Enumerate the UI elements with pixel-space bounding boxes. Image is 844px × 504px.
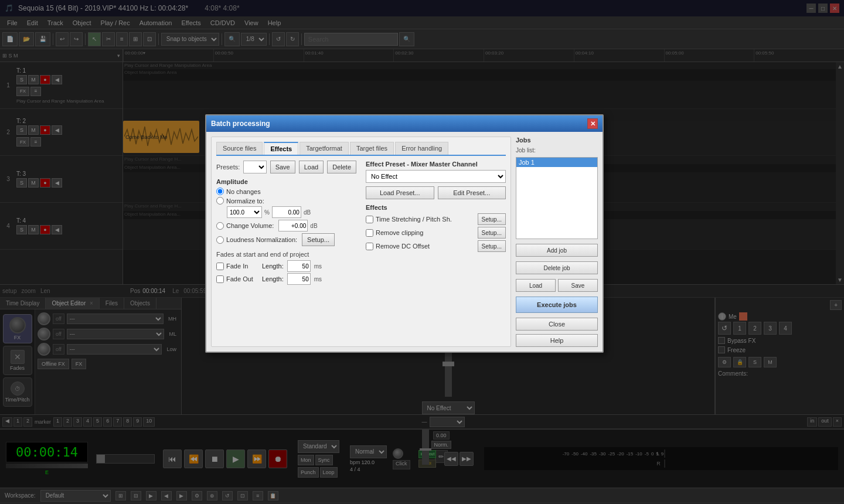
normalize-pct-select[interactable]: 100.0 <box>227 206 262 218</box>
presets-delete-btn[interactable]: Delete <box>327 161 356 173</box>
normalize-label: Normalize to: <box>226 197 264 205</box>
effect-preset-dropdown-row: No Effect <box>366 170 506 183</box>
db-unit-1: dB <box>304 209 311 216</box>
effects-checkboxes: Effects Time Stretching / Pitch Sh. Setu… <box>366 204 506 252</box>
fade-out-label: Fade Out <box>226 275 258 282</box>
close-dialog-btn[interactable]: Close <box>516 318 598 331</box>
fade-out-length-label: Length: <box>262 275 284 282</box>
effect-preset-btns: Load Preset... Edit Preset... <box>366 186 506 199</box>
no-changes-radio[interactable] <box>216 188 224 195</box>
tab-targetformat[interactable]: Targetformat <box>300 142 349 155</box>
change-volume-label: Change Volume: <box>226 222 274 229</box>
job-list-title: Job list: <box>516 147 598 154</box>
remove-clipping-row: Remove clipping Setup... <box>366 227 506 239</box>
fades-section: Fades at start and end of project Fade I… <box>216 251 356 285</box>
normalize-row-outer: Normalize to: <box>216 197 356 205</box>
jobs-del-row: Delete job <box>516 261 598 274</box>
loudness-setup-btn[interactable]: Setup... <box>302 233 335 246</box>
fade-in-label: Fade In <box>226 263 258 270</box>
presets-save-btn[interactable]: Save <box>270 161 295 173</box>
remove-clipping-label: Remove clipping <box>376 229 475 236</box>
jobs-add-delete-row: Add job <box>516 244 598 257</box>
execute-jobs-btn[interactable]: Execute jobs <box>516 297 598 313</box>
amplitude-section: Amplitude No changes Normalize to: 100.0 <box>216 178 356 246</box>
change-volume-input[interactable] <box>278 220 308 231</box>
help-dialog-btn[interactable]: Help <box>516 334 598 347</box>
job-list-box: Job 1 <box>516 157 598 239</box>
effect-preset-title: Effect Preset - Mixer Master Channel <box>366 161 506 168</box>
jobs-save-btn[interactable]: Save <box>558 279 598 292</box>
fade-out-checkbox[interactable] <box>216 275 224 283</box>
tab-effects[interactable]: Effects <box>264 142 298 155</box>
fade-out-length-input[interactable] <box>287 273 311 285</box>
fade-in-checkbox[interactable] <box>216 263 224 270</box>
time-stretch-row: Time Stretching / Pitch Sh. Setup... <box>366 213 506 225</box>
remove-clipping-checkbox[interactable] <box>366 229 373 237</box>
fade-in-length-label: Length: <box>262 263 284 270</box>
dialog-body: Source files Effects Targetformat Target… <box>206 132 603 352</box>
remove-dc-row: Remove DC Offset Setup... <box>366 240 506 252</box>
remove-dc-label: Remove DC Offset <box>376 243 475 250</box>
dialog-tabs: Source files Effects Targetformat Target… <box>216 142 506 156</box>
job-item-1[interactable]: Job 1 <box>516 158 597 167</box>
fade-in-unit: ms <box>314 263 322 270</box>
dialog-title: Batch processing <box>211 120 270 128</box>
fade-in-length-input[interactable] <box>287 260 311 272</box>
dialog-jobs-panel: Jobs Job list: Job 1 Add job Delete job … <box>516 137 598 347</box>
tab-error-handling[interactable]: Error handling <box>395 142 448 155</box>
load-preset-btn[interactable]: Load Preset... <box>366 186 434 199</box>
amplitude-title: Amplitude <box>216 178 356 185</box>
jobs-title: Jobs <box>516 137 598 144</box>
time-stretch-label: Time Stretching / Pitch Sh. <box>376 216 475 223</box>
tab-source-files[interactable]: Source files <box>216 142 263 155</box>
loudness-radio[interactable] <box>216 236 224 244</box>
presets-label: Presets: <box>216 164 240 171</box>
effect-preset-select[interactable]: No Effect <box>366 170 506 183</box>
time-stretch-checkbox[interactable] <box>366 216 373 223</box>
no-changes-label: No changes <box>226 188 261 195</box>
normalize-radio[interactable] <box>216 197 224 205</box>
remove-dc-setup-btn[interactable]: Setup... <box>478 240 506 252</box>
dialog-left: Source files Effects Targetformat Target… <box>211 137 511 347</box>
edit-preset-btn[interactable]: Edit Preset... <box>438 186 506 199</box>
presets-row: Presets: Save Load Delete <box>216 161 356 173</box>
no-changes-row: No changes <box>216 188 356 195</box>
batch-dialog: Batch processing ✕ Source files Effects … <box>205 114 604 353</box>
tab-target-files[interactable]: Target files <box>350 142 394 155</box>
delete-job-btn[interactable]: Delete job <box>516 261 598 274</box>
change-volume-row: Change Volume: dB <box>216 220 356 231</box>
fade-out-unit: ms <box>314 276 322 282</box>
loudness-label: Loudness Normalization: <box>226 236 297 243</box>
loudness-row: Loudness Normalization: Setup... <box>216 233 356 246</box>
jobs-load-save-row: Load Save <box>516 279 598 292</box>
presets-select[interactable] <box>243 161 266 173</box>
dialog-close-btn[interactable]: ✕ <box>587 118 598 129</box>
fades-title: Fades at start and end of project <box>216 251 356 258</box>
presets-load-btn[interactable]: Load <box>299 161 324 173</box>
normalize-values: 100.0 % dB <box>227 206 356 218</box>
dialog-titlebar: Batch processing ✕ <box>206 115 603 132</box>
db-unit-2: dB <box>310 223 317 229</box>
normalize-db-input[interactable] <box>272 206 301 218</box>
time-stretch-setup-btn[interactable]: Setup... <box>478 213 506 225</box>
pct-unit: % <box>264 209 270 216</box>
effect-preset-section: Effect Preset - Mixer Master Channel No … <box>366 161 506 199</box>
effects-title: Effects <box>366 204 506 211</box>
add-job-btn[interactable]: Add job <box>516 244 598 257</box>
jobs-load-btn[interactable]: Load <box>516 279 556 292</box>
remove-clipping-setup-btn[interactable]: Setup... <box>478 227 506 239</box>
fade-in-row: Fade In Length: ms <box>216 260 356 272</box>
fade-out-row: Fade Out Length: ms <box>216 273 356 285</box>
remove-dc-checkbox[interactable] <box>366 243 373 250</box>
change-volume-radio[interactable] <box>216 222 224 230</box>
